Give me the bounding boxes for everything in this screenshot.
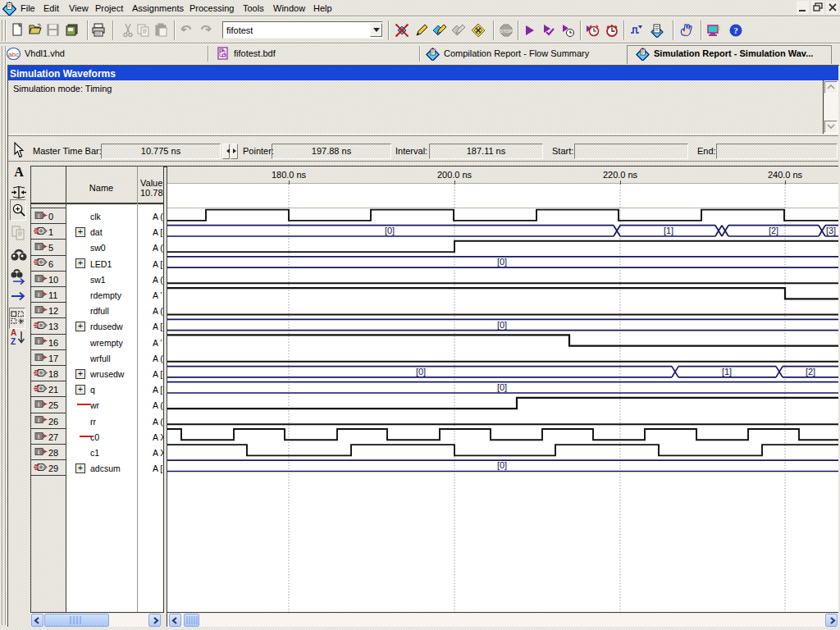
svg-text:[2]: [2] — [806, 367, 815, 377]
svg-text:[0]: [0] — [385, 226, 395, 235]
svg-text:[0]: [0] — [416, 367, 426, 377]
svg-text:[0]: [0] — [497, 460, 507, 470]
svg-text:[0]: [0] — [497, 382, 507, 392]
svg-text:[2]: [2] — [769, 226, 778, 235]
svg-text:[1]: [1] — [664, 226, 673, 235]
svg-text:[0]: [0] — [497, 320, 507, 330]
svg-text:[3]: [3] — [826, 226, 836, 235]
svg-text:[0]: [0] — [497, 257, 507, 267]
svg-text:[1]: [1] — [722, 367, 732, 377]
